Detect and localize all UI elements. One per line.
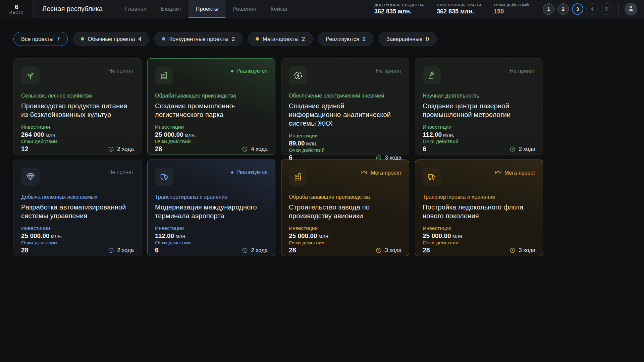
action-points-label: Очки действий [21,138,134,144]
nav-tab-1[interactable]: Бюджет [154,0,189,18]
investment-value: 25 000.00млн. [21,232,134,240]
action-points-label: Очки действий [423,240,535,246]
status-label: Реализуется [236,169,268,175]
action-points-value: 28 [289,246,296,254]
filter-chip-1[interactable]: Обычные проекты4 [73,32,149,46]
filter-label: Реализуются [326,36,359,42]
turns-label: 2 хода [117,247,134,253]
filter-chip-4[interactable]: Реализуются2 [318,32,373,46]
nav-tab-0[interactable]: Главная [118,0,154,18]
investment-number: 112.00 [423,131,442,138]
turn-stepper: 12345 [543,3,612,15]
card-status: Не принят [108,169,134,175]
project-card-1[interactable]: РеализуетсяОбрабатывающие производстваСо… [147,58,275,155]
investment-unit: млн. [185,132,196,138]
header-stat-0: ДОСТУПНЫЕ СРЕДСТВА362 835 млн. [374,3,424,15]
turns-label: 3 хода [385,247,401,253]
project-card-7[interactable]: Мега-проектТранспортировка и хранениеПос… [415,160,543,256]
turns-label: 2 хода [519,146,535,152]
nav-tab-3[interactable]: Решения [225,0,263,18]
action-points-value: 28 [423,246,430,254]
action-points-value: 28 [155,145,162,153]
filter-count: 2 [302,36,305,42]
nav-tab-2[interactable]: Проекты [189,0,225,18]
card-bottom: 62 хода [155,246,268,254]
card-icon-tile [289,66,307,84]
projects-grid: Не принятСельское, лесное хозяйствоПроиз… [13,58,631,256]
nav-tab-4[interactable]: Кейсы [264,0,294,18]
status-label: Не принят [510,68,535,74]
investment-number: 25 000.00 [21,232,50,239]
card-icon-tile [289,168,307,186]
project-card-4[interactable]: Не принятДобыча полезных ископаемыхРазра… [13,160,142,256]
top-bar: 6 МЕСТО Лесная республика ГлавнаяБюджетП… [0,0,644,18]
filter-label: Мега-проекты [263,36,299,42]
filter-count: 4 [138,36,141,42]
card-status: Не принят [108,68,134,74]
investment-number: 89.00 [289,140,305,147]
filter-chip-5[interactable]: Завершённые0 [379,32,437,46]
action-points-value: 6 [155,246,159,254]
clock-icon [509,146,516,153]
card-icon-tile [21,66,40,84]
investment-value: 25 000.00млн. [289,232,401,240]
turn-circle-1[interactable]: 1 [543,3,554,15]
project-card-6[interactable]: Мега-проектОбрабатывающие производстваСт… [281,160,409,256]
card-top: Не принят [21,168,134,186]
filter-label: Конкурентные проекты [169,36,228,42]
stat-value: 362 835 млн. [437,8,481,15]
card-title: Создание промышленно-логистического парк… [155,102,266,119]
filter-count: 2 [232,36,235,42]
project-card-2[interactable]: Не принятОбеспечение электрической энерг… [281,58,409,155]
investment-value: 112.00млн. [423,131,535,138]
card-top: Мега-проект [423,168,535,186]
filter-chip-3[interactable]: Мега-проекты2 [248,32,313,46]
card-title: Создание центра лазерной промышленной ме… [423,102,533,119]
project-card-0[interactable]: Не принятСельское, лесное хозяйствоПроиз… [13,58,142,155]
investments-label: Инвестиции [289,225,401,231]
project-card-3[interactable]: Не принятНаучная деятельностьСоздание це… [415,58,543,155]
clock-icon [509,247,516,254]
investment-unit: млн. [46,132,57,138]
avatar[interactable] [625,3,637,15]
card-category: Добыча полезных ископаемых [21,194,134,200]
filter-label: Завершённые [386,36,423,42]
card-category: Научная деятельность [423,93,535,99]
turns-label: 2 хода [117,146,134,152]
user-icon [627,5,635,13]
card-top: Не принят [423,66,535,84]
action-points-label: Очки действий [21,240,134,246]
sprout-icon [25,70,36,80]
card-status: Мега-проект [494,169,535,176]
header-stat-1: ПРОГНОЗНЫЕ ТРАТЫ362 835 млн. [437,3,481,15]
filter-chip-0[interactable]: Все проекты7 [13,32,68,46]
project-card-5[interactable]: РеализуетсяТранспортировка и хранениеМод… [147,160,275,256]
filter-label: Обычные проекты [88,36,135,42]
action-points-value: 12 [21,145,29,153]
card-status: Мега-проект [361,169,401,176]
action-points-value: 28 [21,246,29,254]
card-icon-tile [21,168,40,186]
investment-value: 25 000.00млн. [423,232,535,240]
card-turns: 3 хода [375,247,401,254]
card-top: Реализуется [155,66,268,84]
truck-icon [427,172,437,182]
investment-number: 112.00 [155,232,174,239]
card-turns: 2 хода [241,247,268,254]
turn-circle-2[interactable]: 2 [557,3,569,15]
card-title: Строительство завода по производству ави… [289,203,399,220]
filter-chip-2[interactable]: Конкурентные проекты2 [154,32,243,46]
card-icon-tile [423,66,441,84]
turn-circle-5[interactable]: 5 [601,3,612,15]
turn-circle-3[interactable]: 3 [572,3,583,15]
turns-label: 4 хода [251,146,268,152]
crown-icon [361,169,368,176]
investments-label: Инвестиции [289,133,401,139]
header-right: ДОСТУПНЫЕ СРЕДСТВА362 835 млн.ПРОГНОЗНЫЕ… [374,3,644,15]
card-status: Реализуется [231,68,268,74]
filter-count: 2 [363,36,366,42]
filter-label: Все проекты [21,36,53,42]
turn-circle-4[interactable]: 4 [586,3,598,15]
status-label: Мега-проект [504,170,535,176]
investment-value: 25 000.00млн. [155,131,268,138]
